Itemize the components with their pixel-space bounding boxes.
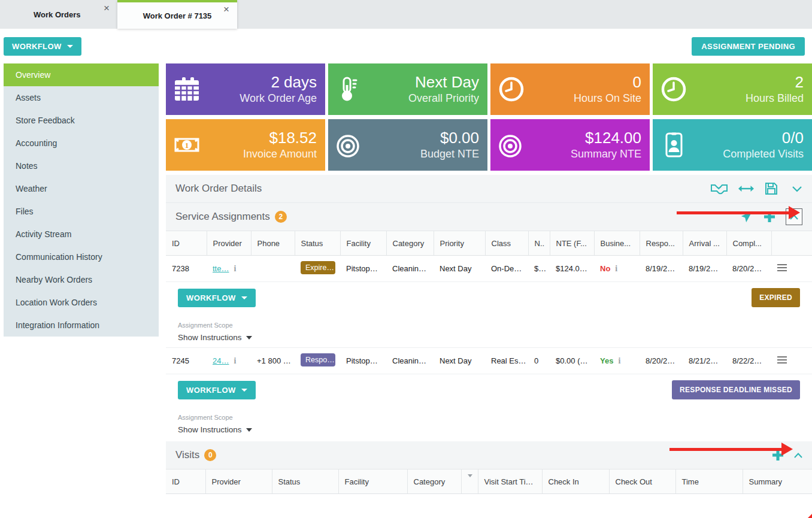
add-icon[interactable]	[763, 210, 776, 223]
chevron-down-icon	[246, 336, 252, 340]
sidebar-item-weather[interactable]: Weather	[4, 177, 159, 200]
close-icon[interactable]: ×	[101, 2, 113, 14]
collapse-button[interactable]	[786, 208, 802, 225]
visits-table: ID Provider Status Facility Category Vis…	[166, 469, 812, 494]
col-status[interactable]: Status	[272, 469, 338, 494]
section-title: Service Assignments	[175, 211, 270, 223]
sidebar-item-files[interactable]: Files	[4, 200, 159, 223]
col-facility[interactable]: Facility	[340, 231, 386, 256]
assignment-pending-button[interactable]: ASSIGNMENT PENDING	[692, 37, 805, 56]
col-nte-full[interactable]: NTE (F...	[550, 231, 594, 256]
col-provider[interactable]: Provider	[207, 231, 251, 256]
cell-business: Noi	[594, 256, 640, 282]
handshake-icon[interactable]	[710, 182, 728, 195]
kpi-value: 2	[746, 73, 804, 92]
sidebar-item-nearby-work-orders[interactable]: Nearby Work Orders	[4, 268, 159, 291]
col-category-filter[interactable]	[461, 469, 478, 494]
kpi-completed-visits: 0/0Completed Visits	[653, 119, 812, 171]
chevron-down-icon	[241, 389, 247, 392]
col-category[interactable]: Category	[407, 469, 461, 494]
col-phone[interactable]: Phone	[251, 231, 295, 256]
assignment-1-scope: Assignment Scope Show Instructions	[166, 307, 812, 347]
save-icon[interactable]	[764, 181, 778, 196]
kpi-work-order-age: 2 daysWork Order Age	[166, 63, 325, 115]
col-id[interactable]: ID	[166, 231, 207, 256]
col-response[interactable]: Respo...	[640, 231, 683, 256]
sidebar-item-communication-history[interactable]: Communication History	[4, 246, 159, 268]
col-visit-start[interactable]: Visit Start Ti…	[478, 469, 542, 494]
col-facility[interactable]: Facility	[338, 469, 407, 494]
show-instructions-toggle[interactable]: Show Instructions	[178, 425, 812, 434]
info-icon[interactable]: i	[618, 356, 620, 365]
row-menu-icon[interactable]	[777, 355, 787, 365]
banknote-icon: 1	[173, 131, 201, 159]
show-instructions-label: Show Instructions	[178, 333, 242, 342]
sidebar-item-store-feedback[interactable]: Store Feedback	[4, 109, 159, 132]
resize-horizontal-icon[interactable]	[738, 184, 755, 193]
cell-actions	[771, 348, 812, 374]
col-provider[interactable]: Provider	[205, 469, 272, 494]
show-instructions-toggle[interactable]: Show Instructions	[178, 333, 812, 342]
provider-link[interactable]: 24…	[213, 356, 229, 365]
sidebar-item-accounting[interactable]: Accounting	[4, 132, 159, 155]
col-summary[interactable]: Summary	[743, 469, 812, 494]
kpi-value: Next Day	[408, 73, 479, 92]
cell-response: 8/19/2…	[640, 256, 683, 282]
col-priority[interactable]: Priority	[434, 231, 485, 256]
col-class[interactable]: Class	[485, 231, 528, 256]
col-time[interactable]: Time	[675, 469, 743, 494]
col-completion[interactable]: Compl...	[726, 231, 771, 256]
workflow-button[interactable]: WORKFLOW	[4, 37, 81, 56]
col-check-out[interactable]: Check Out	[609, 469, 675, 494]
tab-work-order-7135[interactable]: Work Order # 7135 ×	[117, 0, 237, 29]
col-check-in[interactable]: Check In	[542, 469, 609, 494]
chevron-up-icon[interactable]	[794, 453, 802, 458]
chevron-down-icon[interactable]	[792, 185, 802, 192]
sidebar-item-activity-stream[interactable]: Activity Stream	[4, 223, 159, 246]
sidebar-item-overview[interactable]: Overview	[4, 63, 159, 86]
col-actions	[771, 231, 812, 256]
chevron-down-icon	[468, 474, 472, 486]
assignment-scope-label: Assignment Scope	[178, 322, 812, 329]
info-icon[interactable]: i	[234, 356, 236, 365]
kpi-grid: 2 daysWork Order Age Next DayOverall Pri…	[166, 63, 812, 171]
col-business[interactable]: Busine...	[594, 231, 640, 256]
info-icon[interactable]: i	[615, 264, 617, 273]
business-value: Yes	[600, 356, 613, 365]
sidebar-item-notes[interactable]: Notes	[4, 155, 159, 177]
provider-link[interactable]: tte…	[213, 264, 229, 273]
workflow-button[interactable]: WORKFLOW	[178, 381, 256, 399]
sidebar-item-integration-information[interactable]: Integration Information	[4, 314, 159, 337]
add-icon[interactable]	[771, 449, 784, 462]
assignment-scope-label: Assignment Scope	[178, 414, 812, 421]
visits-header: Visits 0	[166, 441, 812, 469]
close-icon[interactable]: ×	[220, 4, 232, 16]
id-badge-icon	[660, 131, 687, 159]
col-arrival[interactable]: Arrival ...	[683, 231, 726, 256]
workflow-button[interactable]: WORKFLOW	[178, 289, 256, 307]
status-badge: Expire…	[301, 261, 335, 274]
col-id[interactable]: ID	[166, 469, 205, 494]
cell-class: Real Es…	[485, 348, 528, 374]
response-deadline-missed-badge: RESPONSE DEADLINE MISSED	[672, 380, 800, 399]
cell-priority: Next Day	[434, 256, 485, 282]
workflow-button-label: WORKFLOW	[186, 386, 236, 395]
col-status[interactable]: Status	[295, 231, 340, 256]
cell-response: 8/20/2…	[640, 348, 683, 374]
info-icon[interactable]: i	[234, 264, 236, 273]
clock-icon	[498, 75, 525, 103]
kpi-label: Overall Priority	[408, 92, 479, 105]
bullseye-icon	[335, 131, 363, 159]
chevron-down-icon	[241, 296, 247, 299]
col-nte-short[interactable]: N..	[528, 231, 550, 256]
send-icon[interactable]	[740, 210, 753, 223]
sidebar-item-location-work-orders[interactable]: Location Work Orders	[4, 291, 159, 314]
annotation-arrow-fragment	[808, 514, 812, 518]
row-menu-icon[interactable]	[777, 262, 787, 273]
kpi-value: $18.52	[243, 129, 317, 148]
sidebar-item-assets[interactable]: Assets	[4, 86, 159, 109]
col-category[interactable]: Category	[386, 231, 434, 256]
assignment-2-scope: Assignment Scope Show Instructions	[166, 399, 812, 440]
tab-work-orders[interactable]: Work Orders ×	[0, 0, 117, 29]
cell-facility: Pitstop…	[340, 348, 386, 374]
